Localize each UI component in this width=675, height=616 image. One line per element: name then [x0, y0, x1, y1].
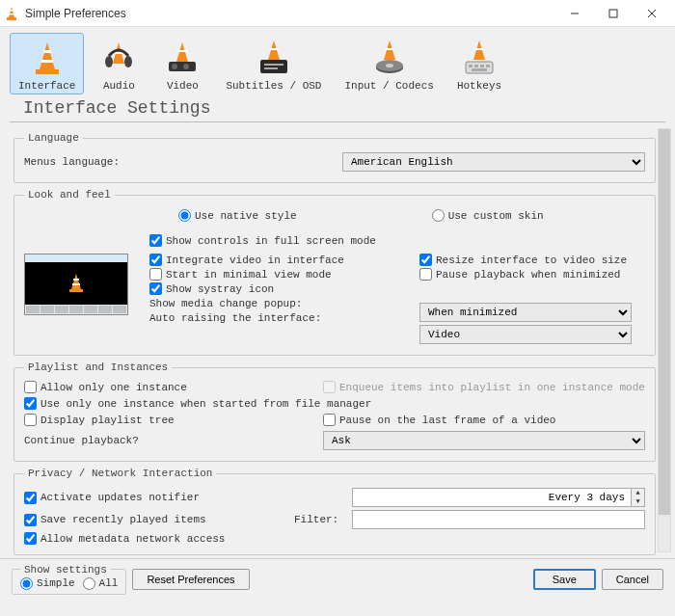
- group-legend: Look and feel: [24, 189, 115, 201]
- hotkeys-icon: [457, 38, 501, 78]
- svg-point-19: [172, 64, 177, 69]
- radio-simple[interactable]: Simple: [20, 577, 75, 590]
- tab-interface[interactable]: Interface: [10, 33, 84, 94]
- chk-metadata-access[interactable]: Allow metadata network access: [24, 532, 645, 545]
- spin-up[interactable]: ▲: [632, 489, 644, 497]
- tab-label: Video: [162, 80, 202, 92]
- menus-language-label: Menus language:: [24, 156, 169, 168]
- svg-rect-38: [472, 68, 487, 71]
- radio-all[interactable]: All: [83, 577, 119, 590]
- maximize-button[interactable]: [594, 0, 633, 27]
- svg-marker-0: [9, 7, 14, 17]
- menus-language-select[interactable]: American English: [342, 152, 645, 172]
- radio-native-style[interactable]: Use native style: [178, 209, 297, 222]
- chk-enqueue: Enqueue items into playlist in one insta…: [323, 381, 645, 393]
- group-legend: Language: [24, 132, 83, 144]
- tab-audio[interactable]: Audio: [90, 33, 148, 94]
- settings-content: Language Menus language: American Englis…: [0, 122, 675, 558]
- chk-display-tree[interactable]: Display playlist tree: [24, 414, 323, 426]
- media-popup-label: Show media change popup:: [149, 298, 302, 309]
- continue-playback-select[interactable]: Ask: [323, 431, 645, 450]
- chk-systray[interactable]: Show systray icon: [149, 282, 419, 295]
- scrollbar-thumb[interactable]: [659, 129, 670, 515]
- group-legend: Show settings: [20, 564, 111, 576]
- svg-rect-1: [7, 17, 16, 20]
- footer: Show settings Simple All Reset Preferenc…: [0, 558, 675, 599]
- svg-rect-22: [269, 48, 279, 50]
- codecs-icon: [344, 38, 433, 78]
- svg-rect-2: [10, 10, 14, 12]
- svg-rect-36: [480, 65, 484, 67]
- group-look-feel: Look and feel Use native style Use custo…: [14, 189, 656, 356]
- tab-input-codecs[interactable]: Input / Codecs: [336, 33, 442, 94]
- svg-rect-10: [43, 50, 51, 53]
- radio-custom-skin[interactable]: Use custom skin: [432, 209, 544, 222]
- svg-rect-25: [264, 67, 278, 69]
- svg-rect-34: [469, 65, 472, 67]
- group-legend: Playlist and Instances: [24, 362, 172, 373]
- cancel-button[interactable]: Cancel: [602, 569, 663, 590]
- app-icon: [4, 6, 19, 21]
- group-privacy: Privacy / Network Interaction Activate u…: [14, 468, 656, 555]
- close-button[interactable]: [633, 0, 671, 27]
- tab-video[interactable]: Video: [153, 33, 211, 94]
- svg-point-30: [386, 64, 393, 67]
- category-tabs: Interface Audio Video Subtitles / OSD In…: [0, 27, 675, 96]
- tab-label: Input / Codecs: [344, 80, 433, 92]
- group-show-settings: Show settings Simple All: [12, 564, 126, 595]
- chk-save-recent[interactable]: Save recently played items: [24, 514, 294, 526]
- tab-label: Subtitles / OSD: [226, 80, 321, 92]
- svg-rect-17: [176, 50, 188, 52]
- tab-label: Hotkeys: [457, 80, 501, 92]
- filter-label: Filter:: [294, 514, 352, 525]
- chk-start-minimal[interactable]: Start in minimal view mode: [149, 268, 419, 281]
- chk-updates-notifier[interactable]: Activate updates notifier: [24, 492, 352, 504]
- updates-interval-input[interactable]: [353, 489, 631, 506]
- filter-input[interactable]: [352, 510, 645, 529]
- svg-rect-23: [260, 60, 287, 73]
- scrollbar[interactable]: [658, 128, 671, 552]
- svg-rect-3: [10, 13, 14, 15]
- auto-raise-select[interactable]: Video: [419, 325, 632, 344]
- svg-rect-40: [73, 279, 79, 281]
- chk-pause-last-frame[interactable]: Pause on the last frame of a video: [323, 414, 645, 426]
- tab-label: Interface: [18, 80, 75, 92]
- svg-point-15: [124, 56, 132, 67]
- svg-rect-35: [474, 65, 478, 67]
- cone-icon: [18, 38, 75, 78]
- chk-resize-interface[interactable]: Resize interface to video size: [419, 254, 645, 266]
- titlebar: Simple Preferences: [0, 0, 675, 27]
- group-language: Language Menus language: American Englis…: [14, 132, 656, 183]
- minimize-button[interactable]: [555, 0, 594, 27]
- group-playlist: Playlist and Instances Allow only one in…: [14, 362, 656, 462]
- spin-down[interactable]: ▼: [632, 497, 644, 506]
- chk-one-instance-fm[interactable]: Use only one instance when started from …: [24, 397, 645, 410]
- save-button[interactable]: Save: [533, 569, 596, 590]
- group-legend: Privacy / Network Interaction: [24, 468, 216, 479]
- svg-marker-8: [40, 42, 55, 69]
- auto-raise-label: Auto raising the interface:: [149, 312, 321, 324]
- media-popup-select[interactable]: When minimized: [419, 303, 632, 322]
- svg-marker-39: [71, 274, 81, 289]
- svg-rect-42: [69, 289, 83, 292]
- updates-interval-spinner[interactable]: ▲▼: [352, 488, 645, 507]
- chk-one-instance[interactable]: Allow only one instance: [24, 381, 323, 393]
- tab-label: Audio: [98, 80, 139, 92]
- skin-preview: [24, 254, 128, 315]
- chk-pause-minimized[interactable]: Pause playback when minimized: [419, 268, 645, 281]
- page-title: Interface Settings: [10, 96, 665, 122]
- chk-integrate-video[interactable]: Integrate video in interface: [149, 254, 419, 266]
- svg-rect-37: [486, 65, 490, 67]
- tab-hotkeys[interactable]: Hotkeys: [448, 33, 510, 94]
- svg-rect-27: [385, 48, 394, 50]
- svg-point-14: [105, 56, 113, 67]
- headphones-icon: [98, 38, 139, 78]
- svg-rect-41: [72, 283, 80, 285]
- svg-point-20: [183, 64, 189, 69]
- window-title: Simple Preferences: [25, 7, 555, 20]
- chk-show-controls-fullscreen[interactable]: Show controls in full screen mode: [149, 234, 645, 247]
- svg-rect-24: [264, 64, 284, 66]
- reset-preferences-button[interactable]: Reset Preferences: [132, 569, 249, 590]
- svg-rect-11: [41, 60, 53, 63]
- tab-subtitles[interactable]: Subtitles / OSD: [217, 33, 330, 94]
